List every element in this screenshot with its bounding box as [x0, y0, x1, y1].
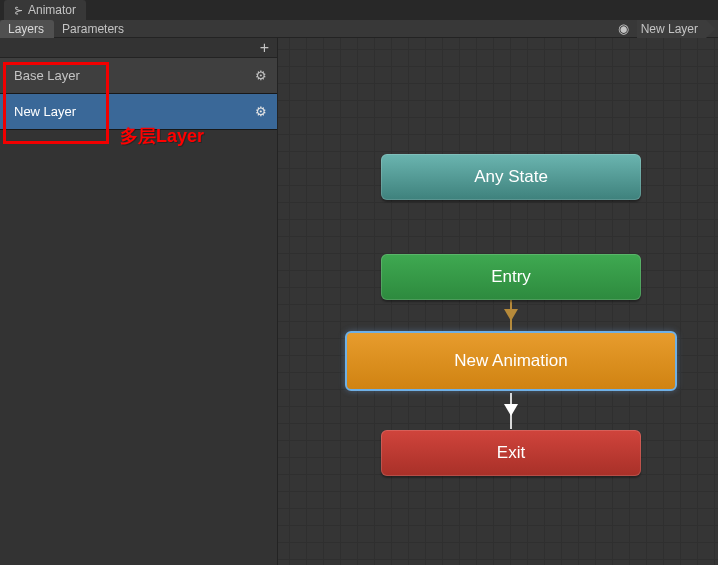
add-layer-row: +: [0, 38, 277, 58]
eye-icon[interactable]: ◉: [610, 21, 637, 36]
node-exit[interactable]: Exit: [381, 430, 641, 476]
plus-icon[interactable]: +: [260, 39, 269, 57]
node-label: Entry: [491, 267, 531, 287]
editor-tab-bar: ⊱ Animator: [0, 0, 718, 20]
arrowhead-icon: [504, 404, 518, 416]
breadcrumb-label: New Layer: [641, 22, 698, 36]
node-label: Any State: [474, 167, 548, 187]
layer-item-new[interactable]: New Layer ⚙: [0, 94, 277, 130]
tab-layers[interactable]: Layers: [0, 20, 54, 38]
node-entry[interactable]: Entry: [381, 254, 641, 300]
layer-item-label: Base Layer: [14, 68, 80, 83]
toolbar: Layers Parameters ◉ New Layer: [0, 20, 718, 38]
node-any-state[interactable]: Any State: [381, 154, 641, 200]
breadcrumb[interactable]: New Layer: [637, 20, 706, 38]
gear-icon[interactable]: ⚙: [255, 104, 267, 119]
layers-sidebar: + Base Layer ⚙ New Layer ⚙: [0, 38, 278, 565]
graph-canvas[interactable]: Any State Entry New Animation Exit: [278, 38, 718, 565]
layer-item-base[interactable]: Base Layer ⚙: [0, 58, 277, 94]
tab-parameters[interactable]: Parameters: [54, 20, 134, 38]
arrowhead-icon: [504, 309, 518, 321]
node-label: New Animation: [454, 351, 567, 371]
animator-tab[interactable]: ⊱ Animator: [4, 0, 86, 20]
node-new-animation[interactable]: New Animation: [345, 331, 677, 391]
layer-item-label: New Layer: [14, 104, 76, 119]
animator-icon: ⊱: [14, 4, 23, 17]
animator-tab-label: Animator: [28, 3, 76, 17]
node-label: Exit: [497, 443, 525, 463]
gear-icon[interactable]: ⚙: [255, 68, 267, 83]
